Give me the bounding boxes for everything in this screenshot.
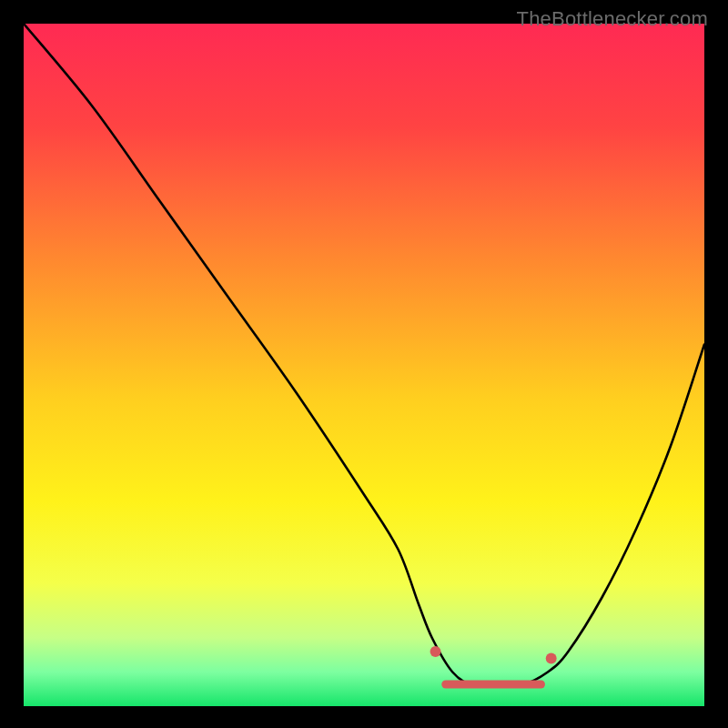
watermark-text: TheBottlenecker.com [517, 7, 708, 31]
chart-canvas [24, 24, 704, 706]
marker-dot [546, 653, 557, 664]
marker-group [430, 646, 557, 663]
marker-dot [430, 646, 441, 657]
bottleneck-curve [24, 24, 704, 687]
chart-overlay [24, 24, 704, 706]
